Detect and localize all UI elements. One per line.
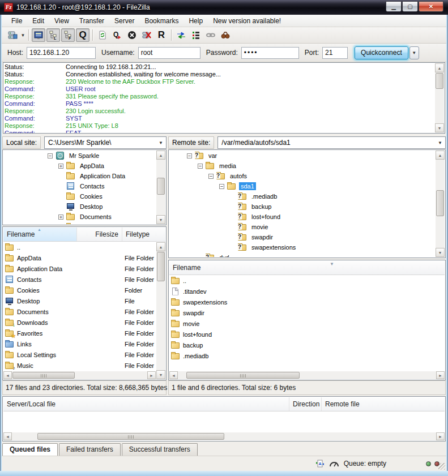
tree-item[interactable]: lost+found (175, 212, 435, 222)
titlebar[interactable]: Fz 192.168.1.20 - root@192.168.1.20 - Fi… (0, 0, 448, 15)
scroll-thumb[interactable] (186, 372, 300, 379)
file-row[interactable]: swapextensions (169, 297, 445, 307)
scroll-thumb[interactable] (12, 372, 75, 379)
column-header-filetype[interactable]: Filetype (122, 228, 157, 241)
scroll-down-icon[interactable]: ▼ (436, 248, 445, 257)
file-row[interactable]: Documents File Folder (3, 306, 156, 317)
tree-item[interactable]: + Downloads (3, 222, 156, 224)
scroll-right-icon[interactable]: ► (436, 432, 445, 440)
username-input[interactable] (138, 47, 200, 59)
toggle-local-tree-button[interactable]: L (46, 28, 60, 42)
file-row[interactable]: backup (169, 340, 445, 350)
close-button[interactable]: ✕ (419, 1, 443, 12)
column-header-filesize[interactable]: Filesize (77, 228, 122, 241)
scroll-thumb[interactable] (37, 433, 224, 440)
scroll-right-icon[interactable]: ► (147, 371, 156, 379)
tree-item[interactable]: backup (175, 201, 435, 212)
find-files-button[interactable] (219, 28, 232, 42)
directory-comparison-button[interactable] (174, 28, 188, 42)
quickconnect-dropdown[interactable]: ▼ (409, 46, 419, 59)
tree-item[interactable]: + Documents (3, 212, 156, 222)
scroll-thumb[interactable] (436, 190, 444, 216)
file-row[interactable]: Links File Folder (3, 338, 156, 349)
menu-item[interactable]: Bookmarks (139, 16, 184, 26)
scroll-left-icon[interactable]: ◄ (3, 371, 12, 379)
tree-item[interactable]: − sda1 (175, 181, 435, 191)
file-row[interactable]: .. (3, 242, 156, 252)
tree-item[interactable]: − autofs (175, 171, 435, 181)
tree-item[interactable]: Desktop (3, 201, 156, 212)
minimize-button[interactable]: ▁ (386, 1, 402, 12)
tree-item[interactable]: movie (175, 222, 435, 232)
scroll-left-icon[interactable]: ◄ (169, 371, 178, 379)
resize-grip[interactable] (438, 463, 445, 470)
tree-item[interactable]: + AppData (3, 161, 156, 171)
file-row[interactable]: Music File Folder (3, 360, 156, 371)
tree-item[interactable]: Application Data (3, 171, 156, 181)
process-queue-button[interactable]: Q (110, 28, 124, 42)
tree-item[interactable]: Contacts (3, 181, 156, 191)
menu-item[interactable]: New version available! (208, 16, 286, 26)
scroll-thumb[interactable] (157, 252, 165, 281)
file-row[interactable]: lost+found (169, 329, 445, 340)
column-header-server-local-file[interactable]: Server/Local file (3, 397, 289, 411)
file-row[interactable]: Downloads File Folder (3, 317, 156, 328)
toggle-message-log-button[interactable] (32, 28, 45, 42)
local-list-horizontal-scrollbar[interactable]: ◄ ► (3, 371, 156, 379)
tree-item[interactable]: swapextensions (175, 242, 435, 252)
site-manager-dropdown[interactable]: ▼ (20, 28, 26, 42)
local-site-combo[interactable]: C:\Users\Mr Sparkle\ ▼ (44, 136, 167, 149)
tree-expander-icon[interactable]: + (58, 164, 63, 169)
site-manager-button[interactable] (6, 28, 19, 42)
tree-expander-icon[interactable]: − (208, 174, 214, 179)
maximize-button[interactable]: ▢ (402, 1, 418, 12)
disconnect-button[interactable] (140, 28, 153, 42)
remote-list-horizontal-scrollbar[interactable]: ◄ ► (169, 371, 445, 379)
tree-expander-icon[interactable]: − (219, 184, 224, 189)
column-header-direction[interactable]: Direction (289, 397, 322, 411)
queue-tab[interactable]: Queued files (2, 443, 58, 456)
scroll-down-icon[interactable]: ▼ (156, 370, 165, 379)
scroll-thumb[interactable] (157, 178, 165, 195)
file-row[interactable]: .. (169, 275, 445, 286)
refresh-button[interactable] (96, 28, 109, 42)
tree-item[interactable]: .mediadb (175, 191, 435, 201)
queue-tab[interactable]: Successful transfers (122, 443, 198, 456)
file-row[interactable]: .titandev (169, 286, 445, 297)
toggle-remote-tree-button[interactable]: F (61, 28, 75, 42)
queue-tab[interactable]: Failed transfers (59, 443, 121, 456)
tree-item[interactable]: − var (175, 151, 435, 161)
tree-item[interactable]: swapdir (175, 232, 435, 242)
scroll-down-icon[interactable]: ▼ (156, 215, 165, 224)
tree-item[interactable]: Cookies (3, 191, 156, 201)
file-row[interactable]: Desktop File (3, 295, 156, 306)
local-tree-vertical-scrollbar[interactable]: ▲ ▼ (156, 151, 165, 224)
menu-item[interactable]: View (49, 16, 74, 26)
menu-item[interactable]: Help (184, 16, 208, 26)
menu-item[interactable]: Edit (27, 16, 49, 26)
file-row[interactable]: .mediadb (169, 350, 445, 361)
menu-item[interactable]: File (6, 16, 27, 26)
remote-site-combo[interactable]: /var/media/autofs/sda1 ▼ (217, 136, 446, 149)
scroll-up-icon[interactable]: ▲ (435, 63, 444, 72)
synchronized-browsing-button[interactable] (204, 28, 217, 42)
scroll-left-icon[interactable]: ◄ (3, 432, 12, 440)
file-row[interactable]: swapdir (169, 307, 445, 318)
file-row[interactable]: Cookies Folder (3, 285, 156, 295)
file-row[interactable]: Local Settings File Folder (3, 349, 156, 360)
file-row[interactable]: AppData File Folder (3, 252, 156, 263)
queue-horizontal-scrollbar[interactable]: ◄ ► (3, 432, 445, 440)
tree-expander-icon[interactable]: − (187, 153, 192, 158)
port-input[interactable] (322, 47, 348, 59)
file-row[interactable]: Application Data File Folder (3, 263, 156, 274)
tree-expander-icon[interactable]: + (58, 215, 63, 220)
filter-button[interactable] (189, 28, 203, 42)
reconnect-button[interactable]: R (155, 28, 168, 42)
column-header-filename[interactable]: Filename ▼ (169, 261, 445, 275)
file-row[interactable]: movie (169, 318, 445, 329)
local-list-vertical-scrollbar[interactable]: ▲ ▼ (156, 242, 165, 379)
cancel-button[interactable] (125, 28, 139, 42)
tree-item[interactable]: − ☺ Mr Sparkle (3, 151, 156, 161)
scroll-up-icon[interactable]: ▲ (436, 151, 445, 160)
quickconnect-button[interactable]: Quickconnect (355, 46, 408, 59)
